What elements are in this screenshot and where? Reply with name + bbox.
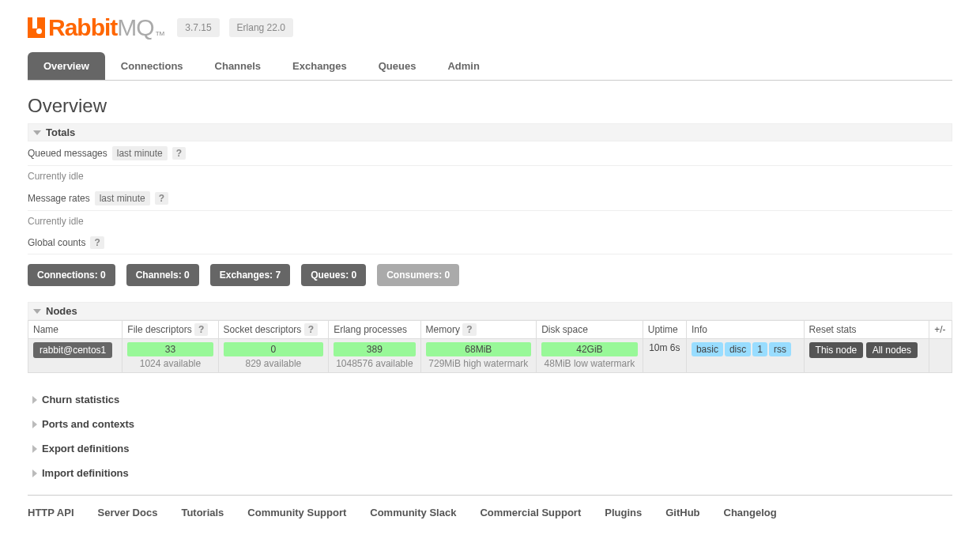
fd-bar: 33 xyxy=(127,342,213,356)
time-range[interactable]: last minute xyxy=(112,146,168,160)
queued-label: Queued messages xyxy=(28,148,107,159)
global-label: Global counts xyxy=(28,237,85,248)
col-fd: File descriptors ? xyxy=(122,321,218,339)
footer: HTTP API Server Docs Tutorials Community… xyxy=(28,495,952,530)
footer-link[interactable]: HTTP API xyxy=(28,507,74,518)
help-icon[interactable]: ? xyxy=(172,147,186,160)
node-name[interactable]: rabbit@centos1 xyxy=(33,342,112,358)
col-reset: Reset stats xyxy=(804,321,929,339)
disk-bar: 42GiB xyxy=(541,342,638,356)
section-totals[interactable]: Totals xyxy=(28,123,952,141)
col-uptime: Uptime xyxy=(643,321,686,339)
tab-connections[interactable]: Connections xyxy=(105,52,199,80)
info-chip: rss xyxy=(769,342,791,356)
section-label: Totals xyxy=(46,126,75,138)
header: RabbitMQ TM 3.7.15 Erlang 22.0 xyxy=(28,0,952,52)
chevron-down-icon xyxy=(33,309,41,314)
chevron-right-icon xyxy=(32,396,37,404)
footer-link[interactable]: Server Docs xyxy=(98,507,158,518)
rates-idle: Currently idle xyxy=(28,211,952,232)
chevron-right-icon xyxy=(32,445,37,453)
mem-bar: 68MiB xyxy=(426,342,532,356)
tab-channels[interactable]: Channels xyxy=(199,52,277,80)
chevron-down-icon xyxy=(33,130,41,135)
reset-all-nodes-button[interactable]: All nodes xyxy=(866,342,918,358)
section-import[interactable]: Import definitions xyxy=(32,461,952,485)
logo-text-a: Rabbit xyxy=(48,14,117,41)
logo-text-b: MQ xyxy=(117,14,153,41)
help-icon[interactable]: ? xyxy=(155,192,168,205)
info-chip: disc xyxy=(725,342,751,356)
col-toggle[interactable]: +/- xyxy=(929,321,952,339)
version-badge: 3.7.15 xyxy=(177,18,219,37)
help-icon[interactable]: ? xyxy=(194,323,208,336)
footer-link[interactable]: Commercial Support xyxy=(480,507,581,518)
ep-sub: 1048576 available xyxy=(334,358,415,369)
footer-link[interactable]: Community Slack xyxy=(370,507,456,518)
footer-link[interactable]: GitHub xyxy=(665,507,699,518)
global-counts-row: Global counts ? xyxy=(28,232,952,254)
tab-overview[interactable]: Overview xyxy=(28,52,105,80)
nav-tabs: Overview Connections Channels Exchanges … xyxy=(28,52,952,81)
chevron-right-icon xyxy=(32,469,37,477)
tab-exchanges[interactable]: Exchanges xyxy=(277,52,363,80)
col-sd: Socket descriptors ? xyxy=(218,321,329,339)
trademark: TM xyxy=(156,30,165,37)
chevron-right-icon xyxy=(32,420,37,428)
tab-admin[interactable]: Admin xyxy=(432,52,495,80)
col-mem: Memory ? xyxy=(420,321,537,339)
time-range[interactable]: last minute xyxy=(95,191,150,205)
count-exchanges[interactable]: Exchanges: 7 xyxy=(210,264,290,286)
sd-bar: 0 xyxy=(224,342,324,356)
toggle-cell xyxy=(929,339,952,373)
global-counts: Connections: 0 Channels: 0 Exchanges: 7 … xyxy=(28,264,952,286)
ep-bar: 389 xyxy=(334,342,415,356)
help-icon[interactable]: ? xyxy=(462,323,476,336)
count-consumers[interactable]: Consumers: 0 xyxy=(377,264,459,286)
fd-sub: 1024 available xyxy=(127,358,213,369)
rabbitmq-icon xyxy=(28,17,45,38)
count-connections[interactable]: Connections: 0 xyxy=(28,264,115,286)
reset-cell: This node All nodes xyxy=(804,339,929,373)
info-cell: basicdisc1rss xyxy=(686,339,804,373)
help-icon[interactable]: ? xyxy=(304,323,318,336)
footer-link[interactable]: Plugins xyxy=(605,507,642,518)
disk-sub: 48MiB low watermark xyxy=(541,358,638,369)
footer-link[interactable]: Changelog xyxy=(724,507,777,518)
nodes-table: Name File descriptors ? Socket descripto… xyxy=(28,320,952,373)
section-export[interactable]: Export definitions xyxy=(32,436,952,461)
queued-idle: Currently idle xyxy=(28,166,952,187)
queued-messages-row: Queued messages last minute ? xyxy=(28,141,952,166)
col-name: Name xyxy=(28,321,122,339)
sd-sub: 829 available xyxy=(224,358,324,369)
section-churn[interactable]: Churn statistics xyxy=(32,387,952,412)
section-ports[interactable]: Ports and contexts xyxy=(32,412,952,436)
rates-label: Message rates xyxy=(28,193,90,204)
info-chip: basic xyxy=(692,342,723,356)
logo[interactable]: RabbitMQ xyxy=(28,14,154,41)
uptime: 10m 6s xyxy=(643,339,686,373)
tab-queues[interactable]: Queues xyxy=(363,52,432,80)
count-queues[interactable]: Queues: 0 xyxy=(301,264,366,286)
reset-this-node-button[interactable]: This node xyxy=(809,342,864,358)
footer-link[interactable]: Community Support xyxy=(247,507,346,518)
page-title: Overview xyxy=(28,95,952,117)
message-rates-row: Message rates last minute ? xyxy=(28,187,952,211)
help-icon[interactable]: ? xyxy=(90,236,104,249)
footer-link[interactable]: Tutorials xyxy=(181,507,224,518)
table-header-row: Name File descriptors ? Socket descripto… xyxy=(28,321,952,339)
col-info: Info xyxy=(686,321,804,339)
section-nodes[interactable]: Nodes xyxy=(28,302,952,320)
col-ep: Erlang processes xyxy=(329,321,420,339)
section-label: Nodes xyxy=(46,305,77,317)
erlang-badge: Erlang 22.0 xyxy=(229,18,293,37)
col-disk: Disk space xyxy=(537,321,643,339)
mem-sub: 729MiB high watermark xyxy=(426,358,532,369)
info-chip: 1 xyxy=(752,342,767,356)
table-row: rabbit@centos1 331024 available 0829 ava… xyxy=(28,339,952,373)
count-channels[interactable]: Channels: 0 xyxy=(126,264,199,286)
